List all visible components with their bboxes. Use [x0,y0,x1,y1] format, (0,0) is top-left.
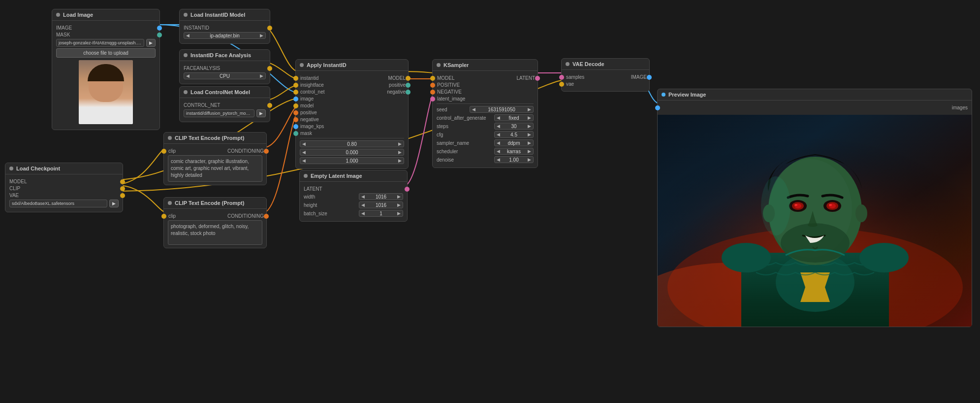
provider-left-btn[interactable]: ◀ [184,73,191,79]
insightface-in-port[interactable] [293,83,298,88]
latent-out-port[interactable] [405,187,410,192]
cfg-left-btn[interactable]: ◀ [495,132,502,137]
instantid-file-row: ◀ ip-adapter.bin ▶ [184,32,266,39]
instantid-file-left-btn[interactable]: ◀ [184,33,191,38]
conditioning-neg-out-port[interactable] [264,214,269,219]
control-net-out-port[interactable] [267,103,272,108]
width-left-btn[interactable]: ◀ [359,194,367,200]
choose-file-btn[interactable]: choose file to upload [56,48,156,58]
vae-vae-in-row: vae [566,81,645,87]
height-control: ◀ 1016 ▶ [359,202,403,208]
preview-image-canvas [658,115,972,327]
apply-instantid-body: instantid MODEL insightface positive con… [296,71,408,168]
preview-image-dot [662,93,665,97]
controlnet-play-btn[interactable]: ▶ [256,109,266,117]
clip-neg-in-port[interactable] [161,214,166,219]
steps-right-btn[interactable]: ▶ [526,123,533,129]
seed-right-btn[interactable]: ▶ [526,106,533,112]
checkpoint-vae-out-port[interactable] [120,193,125,198]
checkpoint-clip-out-port[interactable] [120,186,125,191]
checkpoint-filename[interactable]: sdxl/AlbedoBaseXL.safetensors [9,200,107,207]
faceanalysis-out-port[interactable] [267,66,272,71]
apply-model-out-port[interactable] [406,76,411,81]
image-in-port[interactable] [293,97,298,101]
load-checkpoint-body: MODEL CLIP VAE sdxl/AlbedoBaseXL.safeten… [5,174,123,212]
filename-field[interactable]: joseph-gonzalez-IfAtAtIznqgg-unsplash.jp… [56,39,144,47]
control-after-left-btn[interactable]: ◀ [495,115,502,121]
height-value: 1016 [367,202,395,208]
load-image-body: IMAGE MASK joseph-gonzalez-IfAtAtIznqgg-… [52,21,159,130]
height-right-btn[interactable]: ▶ [395,202,403,208]
apply-negative-in-port[interactable] [293,117,298,122]
instantid-out-port[interactable] [267,26,272,31]
image-out-port[interactable] [157,26,162,31]
preview-images-in-port[interactable] [655,105,660,110]
instantid-face-title: InstantID Face Analysis [190,52,251,58]
empty-latent-node: Empty Latent Image LATENT width ◀ 1016 ▶… [299,170,408,222]
clip-pos-text[interactable]: comic character, graphic illustration, c… [168,155,262,182]
apply-positive-in-port[interactable] [293,110,298,115]
ksampler-latent-in-row: latent_image [437,96,534,101]
start-at-right-btn[interactable]: ▶ [396,149,404,155]
vae-image-out-port[interactable] [647,75,652,80]
mask-out-port[interactable] [157,33,162,37]
ksampler-negative-in-port[interactable] [430,90,435,95]
clip-neg-dot [168,201,172,205]
apply-positive-out-port[interactable] [406,83,411,88]
denoise-left-btn[interactable]: ◀ [495,157,502,163]
checkpoint-vae-out-row: VAE [9,193,119,198]
end-at-left-btn[interactable]: ◀ [300,158,308,164]
denoise-right-btn[interactable]: ▶ [526,157,533,163]
apply-instantid-node: Apply InstantID instantid MODEL insightf… [295,59,409,169]
seed-left-btn[interactable]: ◀ [470,106,477,112]
batch-size-right-btn[interactable]: ▶ [395,210,403,216]
superhero-svg [658,115,972,327]
weight-left-btn[interactable]: ◀ [300,141,308,147]
sampler-name-right-btn[interactable]: ▶ [526,140,533,146]
apply-model-in-port[interactable] [293,103,298,108]
control-after-control: ◀ fixed ▶ [494,114,534,121]
apply-negative-out-port[interactable] [406,90,411,95]
start-at-left-btn[interactable]: ◀ [300,149,308,155]
end-at-right-btn[interactable]: ▶ [396,158,404,164]
checkpoint-play-btn[interactable]: ▶ [109,200,119,207]
scheduler-left-btn[interactable]: ◀ [495,148,502,154]
control-net-in-port[interactable] [293,90,298,95]
scheduler-right-btn[interactable]: ▶ [526,148,533,154]
vae-samples-in-port[interactable] [559,75,564,80]
provider-value: CPU [191,73,258,79]
ksampler-latent-out-port[interactable] [535,76,540,81]
cfg-right-btn[interactable]: ▶ [526,132,533,137]
control-net-in-row: control_net negative [300,89,404,95]
weight-right-btn[interactable]: ▶ [396,141,404,147]
image-kps-in-port[interactable] [293,124,298,129]
sampler-name-row: sampler_name ◀ ddpm ▶ [437,139,534,146]
controlnet-filename[interactable]: instantid/diffusion_pytorch_model.safete… [184,109,254,117]
clip-neg-text[interactable]: photograph, deformed, glitch, noisy, rea… [168,220,262,245]
control-after-right-btn[interactable]: ▶ [526,115,533,121]
width-right-btn[interactable]: ▶ [395,194,403,200]
ksampler-model-in-port[interactable] [430,76,435,81]
conditioning-pos-out-port[interactable] [264,149,269,154]
vae-vae-in-port[interactable] [559,82,564,87]
ksampler-node: KSampler MODEL LATENT POSITIVE NEGATIVE … [432,59,538,168]
instantid-face-analysis-node: InstantID Face Analysis FACEANALYSIS ◀ C… [179,49,270,84]
sampler-name-left-btn[interactable]: ◀ [495,140,502,146]
height-left-btn[interactable]: ◀ [359,202,367,208]
empty-latent-dot [304,174,308,178]
provider-right-btn[interactable]: ▶ [258,73,265,79]
batch-size-left-btn[interactable]: ◀ [359,210,367,216]
ksampler-latent-in-port[interactable] [430,97,435,101]
ksampler-positive-in-port[interactable] [430,83,435,88]
load-image-play-btn[interactable]: ▶ [146,39,156,47]
seed-control: ◀ 1631591050 ▶ [470,106,534,113]
clip-neg-title: CLIP Text Encode (Prompt) [175,200,244,206]
instantid-in-port[interactable] [293,76,298,81]
instantid-file-right-btn[interactable]: ▶ [258,33,265,38]
steps-left-btn[interactable]: ◀ [495,123,502,129]
checkpoint-model-out-port[interactable] [120,179,125,184]
insightface-in-row: insightface positive [300,82,404,88]
clip-pos-in-port[interactable] [161,149,166,154]
vae-decode-header: VAE Decode [562,59,649,70]
mask-in-port[interactable] [293,131,298,136]
